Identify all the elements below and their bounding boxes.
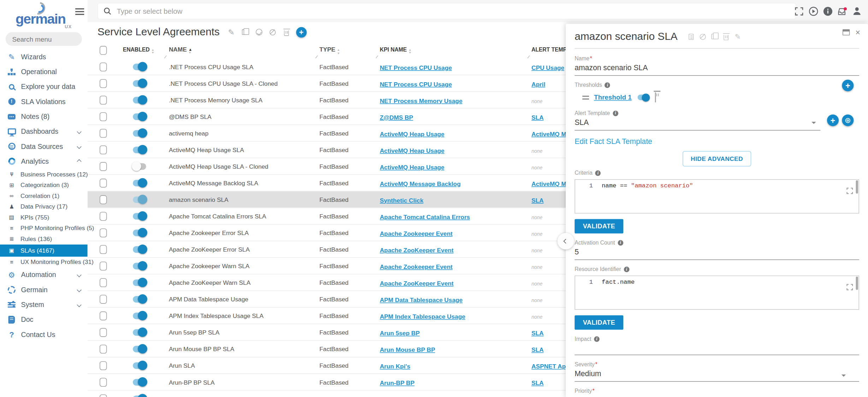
table-row[interactable]: Apache Zookeeper Warn SLAFactBasedApache… <box>88 258 648 275</box>
enabled-toggle[interactable] <box>133 362 146 369</box>
row-checkbox[interactable] <box>100 228 107 237</box>
sidebar-item-contact-us[interactable]: ?Contact Us <box>0 327 88 342</box>
sidebar-item-business-processes-12-[interactable]: ⋔Business Processes (12) <box>0 169 88 180</box>
kpi-link[interactable]: NET Process CPU Usage <box>380 80 452 87</box>
table-row[interactable]: @DMS BP SLAFactBasedZ@DMS BPSLA <box>88 108 648 125</box>
delete-icon[interactable] <box>282 28 291 36</box>
column-resize-handle[interactable]: ∕∕ <box>528 55 529 59</box>
sidebar-item-notes-8-[interactable]: Notes (8) <box>0 109 88 124</box>
enable-all-icon[interactable] <box>255 28 263 36</box>
header-enabled[interactable]: ENABLED▲▼ <box>113 46 168 55</box>
table-row[interactable]: Arun SLAFactBasedArun Kpi'sASPNET Appli <box>88 357 648 374</box>
table-row[interactable]: .NET Process Memory Usage SLAFactBasedNE… <box>88 92 648 108</box>
enabled-toggle[interactable] <box>133 263 146 269</box>
info-icon[interactable] <box>823 6 833 16</box>
row-checkbox[interactable] <box>100 295 107 303</box>
fullscreen-icon[interactable] <box>795 6 804 16</box>
enabled-toggle[interactable] <box>133 97 146 103</box>
kpi-link[interactable]: Arun Kpi's <box>380 363 410 369</box>
row-checkbox[interactable] <box>100 328 107 337</box>
alert-template-link[interactable]: SLA <box>531 330 543 336</box>
row-checkbox[interactable] <box>100 195 107 204</box>
kpi-link[interactable]: Synthetic Click <box>380 197 423 203</box>
enabled-toggle[interactable] <box>133 130 146 137</box>
sidebar-item-explore-your-data[interactable]: Explore your data <box>0 79 88 94</box>
column-resize-handle[interactable]: ∕∕ <box>165 55 165 59</box>
table-row[interactable]: Arun-BP BP SLAFactBasedArun-BP BPSLA <box>88 374 648 391</box>
column-resize-handle[interactable]: ∕∕ <box>316 55 316 59</box>
sidebar-item-sla-violations[interactable]: SLA Violations <box>0 94 88 109</box>
enabled-toggle[interactable] <box>133 379 146 385</box>
priority-select[interactable]: Medium <box>575 394 859 397</box>
sidebar-item-ux-monitoring-profiles-31-[interactable]: ≡UX Monitoring Profiles (31) <box>0 257 88 267</box>
table-row[interactable]: APM Data Tablespace UsageFactBasedAPM Da… <box>88 291 648 308</box>
row-checkbox[interactable] <box>100 62 107 71</box>
threshold-toggle[interactable] <box>638 95 649 100</box>
row-checkbox[interactable] <box>100 311 107 320</box>
sidebar-search-input[interactable] <box>6 32 82 46</box>
select-all-checkbox[interactable] <box>100 46 107 55</box>
sidebar-item-dashboards[interactable]: Dashboards <box>0 124 88 139</box>
row-checkbox[interactable] <box>100 245 107 254</box>
kpi-link[interactable]: Apache ZooKeeper Event <box>380 246 453 253</box>
row-checkbox[interactable] <box>100 128 107 137</box>
enabled-toggle[interactable] <box>133 329 146 336</box>
row-checkbox[interactable] <box>100 179 107 187</box>
table-row[interactable]: .NET Process CPU Usage SLA - ClonedFactB… <box>88 75 648 92</box>
hide-advanced-button[interactable]: HIDE ADVANCED <box>683 151 751 167</box>
expand-editor-icon[interactable] <box>846 187 853 194</box>
header-kpi[interactable]: KPI NAME▲▼ <box>380 46 531 55</box>
table-row[interactable]: activemq heapFactBasedActiveMQ Heap Usag… <box>88 125 648 142</box>
table-row[interactable]: Arun 5sep BP SLAFactBasedArun 5sep BPSLA <box>88 324 648 341</box>
criteria-editor[interactable]: 1 name == "amazon scenario" <box>575 179 859 213</box>
enabled-toggle[interactable] <box>133 279 146 286</box>
inbox-notifications-icon[interactable] <box>838 6 847 16</box>
duplicate-icon[interactable] <box>711 32 718 40</box>
sidebar-item-kpis-755-[interactable]: ▤KPIs (755) <box>0 212 88 223</box>
enabled-toggle[interactable] <box>133 180 146 186</box>
delete-threshold-icon[interactable] <box>655 92 656 102</box>
row-checkbox[interactable] <box>100 95 107 104</box>
expand-editor-icon[interactable] <box>846 284 853 290</box>
add-alert-template-button[interactable]: + <box>827 114 839 126</box>
enabled-toggle[interactable] <box>133 296 146 302</box>
enabled-toggle[interactable] <box>133 196 146 203</box>
sidebar-item-data-privacy-17-[interactable]: ♟Data Privacy (17) <box>0 201 88 212</box>
enabled-toggle[interactable] <box>133 63 146 70</box>
target-alert-template-button[interactable]: ◎ <box>842 114 854 126</box>
kpi-link[interactable]: Arun 5sep BP <box>380 330 420 336</box>
validate-resource-button[interactable]: VALIDATE <box>575 315 623 330</box>
alert-template-link[interactable]: April <box>531 80 545 87</box>
kpi-link[interactable]: Apache Zookeeper Event <box>380 230 452 236</box>
sidebar-item-wizards[interactable]: ✎Wizards <box>0 49 88 64</box>
sidebar-item-categorization-3-[interactable]: ⊞Categorization (3) <box>0 180 88 191</box>
kpi-link[interactable]: Apache ZooKeeper Event <box>380 279 453 286</box>
table-row[interactable]: ActiveMQ Heap Usage SLA - ClonedFactBase… <box>88 158 648 175</box>
panel-collapse-button[interactable] <box>558 233 574 249</box>
table-row[interactable]: Apache Tomcat Catalina Errors SLAFactBas… <box>88 208 648 224</box>
edit-icon[interactable]: ✎ <box>227 28 236 36</box>
sidebar-item-slas-4167-[interactable]: ▣SLAs (4167) <box>0 244 88 256</box>
kpi-link[interactable]: ActiveMQ Heap Usage <box>380 163 444 170</box>
alert-template-link[interactable]: SLA <box>531 396 543 397</box>
row-checkbox[interactable] <box>100 278 107 287</box>
table-row[interactable]: APM Index Tablespace Usage SLAFactBasedA… <box>88 308 648 324</box>
alert-template-link[interactable]: CPU Usage <box>531 64 564 71</box>
kpi-link[interactable]: ActiveMQ Heap Usage <box>380 147 444 154</box>
disable-all-icon[interactable] <box>268 28 277 36</box>
alert-template-link[interactable]: SLA <box>531 379 543 386</box>
row-checkbox[interactable] <box>100 361 107 370</box>
sidebar-item-analytics[interactable]: Analytics <box>0 154 88 169</box>
table-row[interactable]: .NET Process CPU Usage SLAFactBasedNET P… <box>88 59 648 75</box>
row-checkbox[interactable] <box>100 212 107 221</box>
add-sla-button[interactable]: + <box>296 27 307 37</box>
kpi-link[interactable]: NET Process CPU Usage <box>380 64 452 71</box>
kpi-link[interactable]: NET Process Memory Usage <box>380 97 462 104</box>
sidebar-item-operational[interactable]: Operational <box>0 64 88 79</box>
kpi-link[interactable]: Arun-BP BP <box>380 379 414 386</box>
row-checkbox[interactable] <box>100 261 107 270</box>
threshold-link[interactable]: Threshold 1 <box>594 94 632 101</box>
kpi-link[interactable]: Arun Mouse BP BP <box>380 346 435 353</box>
name-field[interactable]: amazon scenario SLA <box>575 61 859 76</box>
kpi-link[interactable]: ActiveMQ Heap Usage <box>380 130 444 137</box>
